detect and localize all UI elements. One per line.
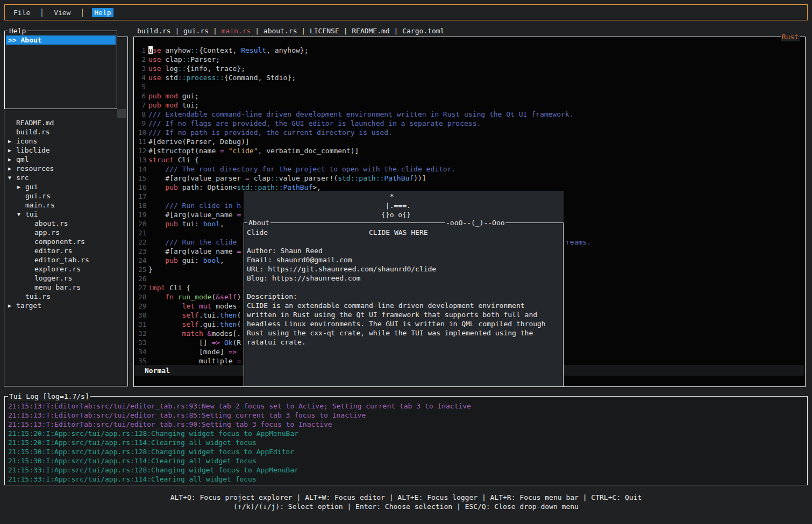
code-segment: Cli {	[169, 284, 190, 292]
tree-item-icons[interactable]: ▶icons	[4, 137, 126, 146]
menu-item-help[interactable]: Help	[92, 8, 113, 17]
code-segment: struct	[148, 156, 178, 164]
chevron-down-icon[interactable]: ▼	[7, 173, 16, 182]
code-segment: /// The root directory for the project t…	[148, 165, 455, 173]
tab-about.rs[interactable]: about.rs	[263, 27, 297, 35]
chevron-right-icon[interactable]: ▶	[7, 137, 16, 146]
code-segment: >,	[312, 183, 321, 191]
code-line: 1use anyhow::{Context, Result, anyhow};	[138, 46, 804, 55]
chevron-right-icon[interactable]: ▶	[7, 146, 16, 155]
tree-indent	[25, 246, 34, 255]
menu-item-file[interactable]: File	[11, 8, 32, 17]
code-segment: log	[165, 64, 177, 73]
tree-item-gui[interactable]: ▶gui	[4, 182, 126, 191]
tree-item-label: editor_tab.rs	[34, 255, 89, 264]
tree-indent	[25, 264, 34, 274]
tree-item-qml[interactable]: ▶qml	[4, 155, 126, 164]
chevron-down-icon[interactable]: ▼	[16, 210, 25, 219]
log-panel[interactable]: Tui Log [log=1.7/s] 21:15:13:T:EditorTab…	[4, 396, 808, 485]
code-line: 10/// If no path is provided, the curren…	[138, 128, 804, 137]
tree-item-explorer.rs[interactable]: explorer.rs	[4, 264, 126, 274]
code-segment: [mode]	[148, 348, 229, 356]
tree-item-tui[interactable]: ▼tui	[4, 210, 126, 219]
scrollbar-thumb[interactable]	[117, 109, 126, 118]
code-line: 7pub mod tui;	[138, 101, 804, 110]
code-segment: match	[148, 329, 208, 338]
chevron-right-icon[interactable]: ▶	[7, 155, 16, 164]
code-segment: ::	[250, 183, 258, 191]
tree-item-libclide[interactable]: ▶libclide	[4, 146, 126, 155]
code-segment: u	[148, 46, 153, 54]
code-segment: fn	[148, 293, 178, 301]
tree-item-editor.rs[interactable]: editor.rs	[4, 246, 126, 255]
about-dialog-line: ratatui crate.	[247, 338, 562, 347]
code-segment: ::	[216, 74, 224, 82]
tree-item-label: gui.rs	[25, 191, 51, 200]
tree-item-label: explorer.rs	[34, 264, 81, 274]
code-segment: ::	[182, 55, 191, 63]
tree-item-tui.rs[interactable]: tui.rs	[4, 292, 126, 301]
line-number: 34	[138, 347, 146, 356]
tab-gui.rs[interactable]: gui.rs	[183, 27, 209, 35]
tree-item-about.rs[interactable]: about.rs	[4, 219, 126, 228]
tree-item-main.rs[interactable]: main.rs	[4, 200, 126, 210]
tree-item-app.rs[interactable]: app.rs	[4, 228, 126, 237]
chevron-right-icon[interactable]: ▶	[7, 164, 16, 173]
code-segment: )	[237, 293, 241, 301]
code-segment: pub	[148, 220, 182, 228]
tab-README.md[interactable]: README.md	[352, 27, 389, 35]
code-segment: pub	[148, 256, 182, 264]
line-number: 27	[138, 283, 146, 292]
tree-item-component.rs[interactable]: component.rs	[4, 237, 126, 246]
chevron-right-icon[interactable]: ▶	[16, 182, 25, 191]
code-segment: path	[359, 174, 375, 182]
code-segment: anyhow	[165, 46, 190, 54]
tree-item-build.rs[interactable]: build.rs	[4, 127, 126, 137]
tree-item-src[interactable]: ▼src	[4, 173, 126, 182]
line-number: 8	[138, 110, 146, 119]
line-number: 16	[138, 183, 146, 192]
line-number: 23	[138, 247, 146, 256]
code-segment: #[arg(value_parser	[148, 174, 245, 182]
line-number: 24	[138, 256, 146, 265]
code-segment: PathBuf	[283, 183, 312, 191]
tree-item-editor_tab.rs[interactable]: editor_tab.rs	[4, 255, 126, 264]
code-segment: &self	[216, 293, 237, 301]
tree-item-label: menu_bar.rs	[34, 283, 81, 292]
tree-item-menu_bar.rs[interactable]: menu_bar.rs	[4, 283, 126, 292]
tree-indent	[25, 274, 34, 283]
line-number: 12	[138, 146, 146, 155]
tree-item-resources[interactable]: ▶resources	[4, 164, 126, 173]
tree-item-logger.rs[interactable]: logger.rs	[4, 274, 126, 283]
code-segment: /// If no path is provided, the current …	[148, 128, 393, 137]
about-dialog-line: written in Rust using the Qt UI framewor…	[247, 310, 562, 319]
code-line: 9/// If no flags are provided, the GUI e…	[138, 119, 804, 128]
line-number: 9	[138, 119, 146, 128]
tree-item-label: src	[16, 173, 29, 182]
tree-indent	[16, 292, 25, 301]
tab-separator: |	[390, 27, 402, 35]
tab-main.rs[interactable]: main.rs	[222, 27, 251, 35]
tree-indent	[25, 219, 34, 228]
tab-LICENSE[interactable]: LICENSE	[310, 27, 339, 35]
code-line: 3use log::{info, trace};	[138, 64, 804, 73]
tree-item-label: icons	[16, 137, 37, 146]
tree-item-gui.rs[interactable]: gui.rs	[4, 191, 126, 200]
tree-item-label: component.rs	[34, 237, 85, 246]
about-dialog-line: Blog: https://shaunreed.com	[247, 274, 562, 283]
code-segment: then	[220, 311, 237, 319]
help-option-about[interactable]: >> About	[6, 35, 116, 45]
tree-item-target[interactable]: ▶target	[4, 301, 126, 310]
line-number: 2	[138, 55, 146, 64]
chevron-right-icon[interactable]: ▶	[7, 301, 16, 310]
menu-item-view[interactable]: View	[52, 8, 73, 17]
tree-item-README.md[interactable]: README.md	[4, 118, 126, 127]
code-segment: ))]	[414, 174, 426, 182]
code-segment: multiple	[148, 357, 237, 365]
tab-Cargo.toml[interactable]: Cargo.toml	[402, 27, 444, 35]
tab-build.rs[interactable]: build.rs	[137, 27, 171, 35]
code-segment: , anyhow};	[266, 46, 308, 54]
code-segment: ::	[275, 183, 283, 191]
line-number: 14	[138, 164, 146, 174]
about-dialog-line: CLIDE is an extendable command-line driv…	[247, 301, 562, 310]
